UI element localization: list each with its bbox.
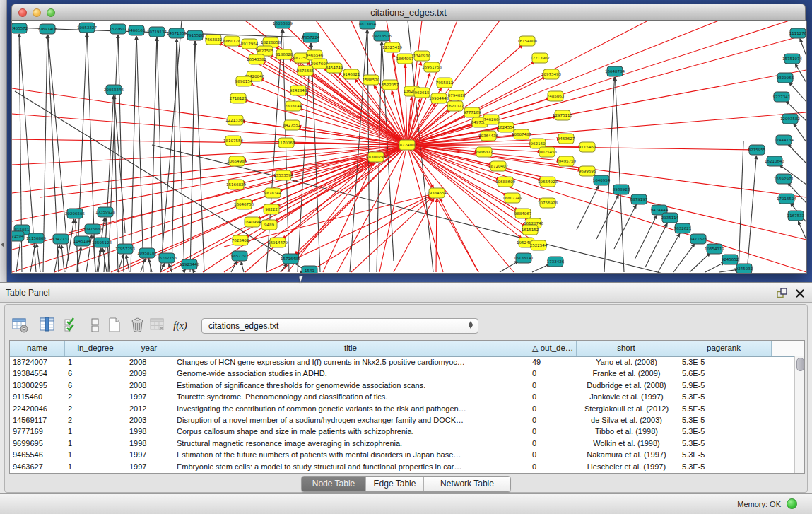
graph-node[interactable]: 18107554: [223, 136, 243, 146]
graph-node[interactable]: 1170063: [278, 138, 295, 148]
graph-node[interactable]: 18720407: [488, 161, 508, 171]
graph-node[interactable]: 10756928: [538, 198, 558, 208]
graph-node[interactable]: 16961758: [422, 62, 442, 72]
delete-column-icon[interactable]: [128, 316, 148, 336]
graph-node[interactable]: 20053346: [104, 85, 124, 95]
graph-node[interactable]: 9329965: [777, 73, 794, 83]
graph-node[interactable]: 18300295: [366, 152, 386, 162]
tab-node-table[interactable]: Node Table: [302, 477, 366, 491]
graph-node[interactable]: 20206505: [65, 209, 85, 218]
graph-node[interactable]: 9115460: [579, 142, 596, 152]
network-window-titlebar[interactable]: citations_edges.txt: [11, 4, 806, 21]
graph-node[interactable]: 1342737: [52, 234, 70, 244]
graph-node[interactable]: 13533594: [273, 170, 293, 180]
graph-node[interactable]: 12505123: [92, 238, 112, 247]
graph-node[interactable]: 17359928: [95, 207, 115, 217]
graph-node[interactable]: 1340910: [413, 51, 431, 61]
table-row[interactable]: 1830029562008Estimation of significance …: [10, 380, 795, 391]
graph-node[interactable]: 9884067: [514, 209, 532, 218]
graph-node[interactable]: 6522057: [382, 80, 399, 90]
graph-node[interactable]: 7632621: [674, 223, 692, 233]
graph-node[interactable]: 10973493: [541, 69, 561, 79]
graph-node[interactable]: 18724007: [397, 140, 417, 150]
graph-node[interactable]: 9463627: [558, 134, 575, 144]
graph-node[interactable]: 16210643: [765, 156, 784, 166]
graph-node[interactable]: 2522544: [530, 240, 548, 250]
graph-node[interactable]: 2803144: [285, 101, 302, 111]
table-row[interactable]: 911546021997Tourette syndrome. Phenomeno…: [10, 391, 795, 402]
graph-node[interactable]: 1864097: [396, 54, 414, 64]
close-panel-icon[interactable]: [795, 288, 805, 298]
graph-node[interactable]: 9777169: [464, 107, 481, 117]
graph-node[interactable]: 10654985: [227, 156, 247, 166]
graph-node[interactable]: 10719134: [147, 27, 167, 37]
graph-node[interactable]: 1541: [302, 266, 317, 273]
column-header-title[interactable]: title: [172, 341, 529, 356]
graph-node[interactable]: 1624554: [498, 122, 515, 132]
graph-node[interactable]: 2405572: [12, 23, 28, 33]
graph-node[interactable]: 98222: [264, 204, 279, 214]
graph-node[interactable]: 1733426: [547, 257, 565, 267]
graph-node[interactable]: 9890154: [235, 76, 253, 86]
graph-node[interactable]: 14671355: [167, 28, 187, 38]
graph-node[interactable]: 2718126: [230, 93, 247, 103]
graph-node[interactable]: 10053327: [77, 23, 97, 33]
graph-node[interactable]: 12975115: [553, 110, 572, 120]
graph-node[interactable]: 10688609: [495, 177, 515, 187]
graph-node[interactable]: 16648784: [605, 66, 625, 76]
column-header-pagerank[interactable]: pagerank: [676, 341, 772, 356]
graph-node[interactable]: 7625402: [232, 235, 249, 245]
graph-node[interactable]: 8427552: [283, 120, 301, 130]
graph-node[interactable]: 8454749: [326, 63, 343, 73]
graph-node[interactable]: 1615152: [522, 225, 539, 235]
graph-node[interactable]: 8215955: [748, 145, 766, 155]
new-column-icon[interactable]: [105, 316, 125, 336]
graph-node[interactable]: 9245652: [722, 255, 739, 264]
graph-node[interactable]: 391594: [12, 231, 24, 241]
graph-node[interactable]: 12213967: [530, 53, 550, 63]
table-row[interactable]: 1938455462009Genome-wide association stu…: [10, 368, 795, 379]
graph-node[interactable]: 19218506: [372, 31, 392, 41]
graph-node[interactable]: 19654923: [538, 177, 558, 187]
graph-node[interactable]: 19384554: [427, 188, 447, 198]
network-canvas[interactable]: 2405572276914061005332715276029466160107…: [11, 21, 807, 274]
graph-node[interactable]: 18807249: [502, 193, 522, 203]
table-row[interactable]: 1456911722003Disruption of a novel membe…: [10, 414, 795, 426]
table-row[interactable]: 946362711997Embryonic stem cells: a mode…: [10, 461, 795, 472]
graph-node[interactable]: 8912954: [241, 39, 259, 49]
graph-node[interactable]: 1167533: [787, 211, 805, 221]
graph-node[interactable]: 12444134: [774, 135, 794, 145]
graph-node[interactable]: 15166829: [226, 180, 246, 189]
graph-node[interactable]: 6879197: [630, 194, 648, 204]
citation-graph[interactable]: 2405572276914061005332715276029466160107…: [12, 21, 806, 273]
column-header-short[interactable]: short: [577, 341, 676, 356]
graph-node[interactable]: 10607487: [512, 129, 531, 139]
left-collapse-strip[interactable]: [0, 0, 7, 282]
graph-node[interactable]: 15692971: [774, 174, 794, 184]
tab-network-table[interactable]: Network Table: [424, 477, 510, 491]
table-row[interactable]: 2242004622012Investigating the contribut…: [10, 403, 795, 414]
graph-node[interactable]: 1588520: [363, 75, 380, 85]
graph-node[interactable]: 7663822: [205, 35, 223, 45]
graph-node[interactable]: 10958107: [137, 248, 157, 258]
graph-node[interactable]: 1527602: [110, 24, 127, 34]
graph-node[interactable]: 7857224: [302, 33, 320, 42]
select-all-icon[interactable]: [62, 316, 82, 336]
graph-node[interactable]: 16053809: [273, 21, 293, 28]
table-row[interactable]: 977716911998Corpus callosum shape and si…: [10, 426, 795, 437]
function-builder-icon[interactable]: f(x): [170, 316, 190, 336]
graph-node[interactable]: 1145194: [73, 236, 91, 246]
table-scrollbar[interactable]: [794, 356, 804, 473]
graph-node[interactable]: 17957253: [115, 244, 135, 254]
collapse-arrow-icon[interactable]: [1, 242, 4, 247]
graph-node[interactable]: 20364436: [478, 131, 498, 141]
graph-node[interactable]: 9875685: [297, 66, 314, 76]
graph-node[interactable]: 7485063: [547, 91, 565, 101]
graph-node[interactable]: 11923448: [180, 259, 199, 269]
graph-node[interactable]: 9245032: [736, 264, 753, 273]
graph-node[interactable]: 30975887: [83, 224, 102, 234]
column-header-name[interactable]: name: [10, 341, 65, 356]
graph-node[interactable]: 27691406: [37, 24, 57, 34]
graph-node[interactable]: 19495759: [556, 156, 576, 166]
graph-node[interactable]: 9242848: [290, 86, 307, 95]
